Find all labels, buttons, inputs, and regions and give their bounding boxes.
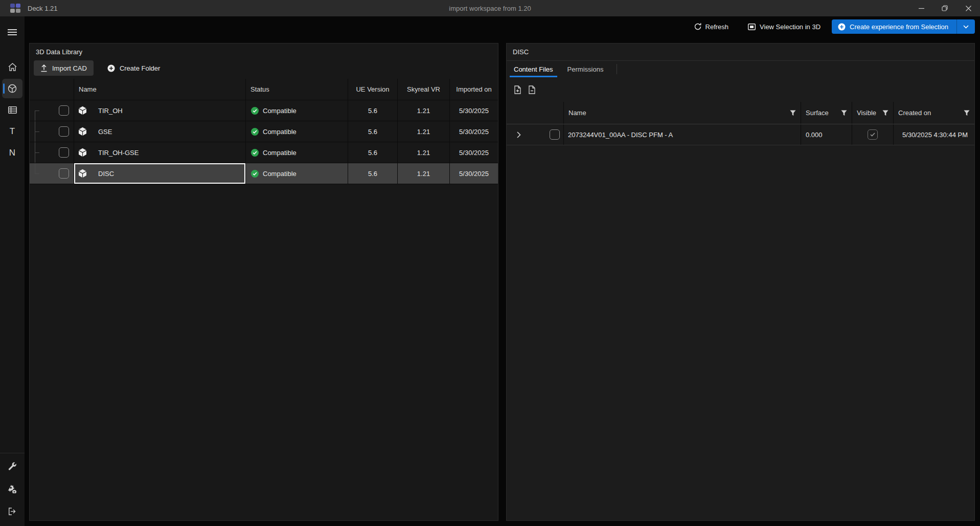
header-visible[interactable]: Visible xyxy=(852,102,894,124)
skyreal-vr-value: 1.21 xyxy=(398,100,450,121)
create-folder-button[interactable]: Create Folder xyxy=(101,60,167,76)
header-created-on[interactable]: Created on xyxy=(894,102,974,124)
refresh-label: Refresh xyxy=(705,23,729,31)
library-table-header: Name Status UE Version Skyreal VR Import… xyxy=(30,79,498,100)
create-experience-dropdown[interactable] xyxy=(956,19,975,34)
remove-file-icon[interactable] xyxy=(528,85,536,94)
expand-chevron-icon[interactable] xyxy=(517,132,521,138)
restore-button[interactable] xyxy=(933,0,956,16)
app-logo-icon xyxy=(10,4,20,13)
row-checkbox[interactable] xyxy=(59,126,69,137)
logout-icon xyxy=(8,508,17,515)
sidebar-item-t[interactable]: T xyxy=(2,122,22,141)
plus-circle-icon xyxy=(107,64,115,72)
hamburger-icon xyxy=(8,29,17,36)
status-label: Compatible xyxy=(263,128,297,136)
cad-model-icon xyxy=(78,106,87,115)
file-actions xyxy=(507,77,974,102)
t-section-label: T xyxy=(10,126,15,137)
ue-version-value: 5.6 xyxy=(348,100,398,121)
tree-connector xyxy=(35,121,41,142)
asset-name: GSE xyxy=(98,128,112,136)
chevron-down-icon xyxy=(963,25,969,29)
created-on-value: 5/30/2025 4:30:44 PM xyxy=(902,131,974,139)
tab-divider xyxy=(617,64,617,74)
table-row[interactable]: TIR_OH-GSE Compatible 5.6 1.21 5/30/2025 xyxy=(30,142,498,163)
refresh-button[interactable]: Refresh xyxy=(689,19,734,34)
status-compatible-icon xyxy=(251,149,259,157)
3d-object-icon xyxy=(8,84,17,93)
content-file-name: 2073244V01_00AA - DISC PFM - A xyxy=(564,124,801,145)
tree-connector xyxy=(35,100,41,121)
window-subtitle: import workspace from 1.20 xyxy=(0,5,980,12)
sidebar-item-settings[interactable] xyxy=(2,479,22,498)
content-file-row[interactable]: 2073244V01_00AA - DISC PFM - A 0.000 5/3… xyxy=(507,124,974,145)
app-title: Deck 1.21 xyxy=(28,5,58,12)
home-icon xyxy=(8,63,17,71)
tab-content-files[interactable]: Content Files xyxy=(513,65,554,77)
filter-icon[interactable] xyxy=(841,110,847,116)
filter-icon[interactable] xyxy=(882,110,888,116)
sidebar-item-home[interactable] xyxy=(2,57,22,77)
view-selection-3d-button[interactable]: View Selection in 3D xyxy=(743,19,826,34)
imported-on-value: 5/30/2025 xyxy=(450,100,498,121)
header-expand-column xyxy=(507,102,564,124)
create-experience-label: Create experience from Selection xyxy=(850,23,948,31)
visible-checkbox-checked[interactable] xyxy=(868,129,878,140)
detail-panel-title: DISC xyxy=(507,43,974,61)
tab-permissions[interactable]: Permissions xyxy=(566,65,605,77)
ue-version-value: 5.6 xyxy=(348,142,398,163)
header-name[interactable]: Name xyxy=(74,79,246,100)
sidebar-item-n[interactable]: N xyxy=(2,143,22,163)
tree-connector xyxy=(35,142,41,163)
row-checkbox[interactable] xyxy=(59,147,69,158)
sidebar-item-3d-library[interactable] xyxy=(2,79,22,98)
sidebar-item-logout[interactable] xyxy=(2,501,22,521)
surface-value: 0.000 xyxy=(801,124,852,145)
status-label: Compatible xyxy=(263,107,297,115)
imported-on-value: 5/30/2025 xyxy=(450,121,498,142)
status-compatible-icon xyxy=(251,170,259,178)
skyreal-vr-value: 1.21 xyxy=(398,163,450,184)
skyreal-vr-value: 1.21 xyxy=(398,121,450,142)
table-row-selected[interactable]: DISC Compatible 5.6 1.21 5/30/2025 xyxy=(30,163,498,184)
menu-button[interactable] xyxy=(2,23,22,42)
table-row[interactable]: GSE Compatible 5.6 1.21 5/30/2025 xyxy=(30,121,498,142)
detail-panel: DISC Content Files Permissions Name Surf… xyxy=(506,43,975,521)
header-ue-version[interactable]: UE Version xyxy=(348,79,398,100)
row-checkbox[interactable] xyxy=(59,105,69,116)
row-checkbox[interactable] xyxy=(59,168,69,179)
header-surface[interactable]: Surface xyxy=(801,102,852,124)
minimize-button[interactable] xyxy=(909,0,933,16)
filter-icon[interactable] xyxy=(964,110,970,116)
active-indicator xyxy=(3,83,5,94)
asset-name: TIR_OH-GSE xyxy=(98,149,139,157)
sidebar: T N xyxy=(0,16,25,526)
monitor-3d-icon xyxy=(748,24,756,30)
header-imported-on[interactable]: Imported on xyxy=(450,79,498,100)
titlebar: Deck 1.21 import workspace from 1.20 xyxy=(0,0,980,16)
ue-version-value: 5.6 xyxy=(348,121,398,142)
header-skyreal-vr[interactable]: Skyreal VR xyxy=(398,79,450,100)
imported-on-value: 5/30/2025 xyxy=(450,163,498,184)
table-row[interactable]: TIR_OH Compatible 5.6 1.21 5/30/2025 xyxy=(30,100,498,121)
ue-version-value: 5.6 xyxy=(348,163,398,184)
import-cad-button[interactable]: Import CAD xyxy=(34,60,94,76)
header-status[interactable]: Status xyxy=(246,79,348,100)
view-selection-label: View Selection in 3D xyxy=(760,23,821,31)
status-label: Compatible xyxy=(263,149,297,157)
add-file-icon[interactable] xyxy=(514,85,521,94)
wrench-icon xyxy=(8,462,17,471)
library-panel: 3D Data Library Import CAD Create Folder… xyxy=(29,43,498,521)
header-select-column xyxy=(30,79,74,100)
create-experience-button[interactable]: Create experience from Selection xyxy=(832,19,975,34)
sidebar-item-data-list[interactable] xyxy=(2,100,22,120)
close-button[interactable] xyxy=(956,0,980,16)
filter-icon[interactable] xyxy=(790,110,796,116)
row-checkbox[interactable] xyxy=(550,129,560,140)
sidebar-item-tools[interactable] xyxy=(2,456,22,476)
library-actions: Import CAD Create Folder xyxy=(30,60,498,79)
status-compatible-icon xyxy=(251,107,259,115)
header-name[interactable]: Name xyxy=(564,102,801,124)
tree-connector xyxy=(35,163,41,184)
